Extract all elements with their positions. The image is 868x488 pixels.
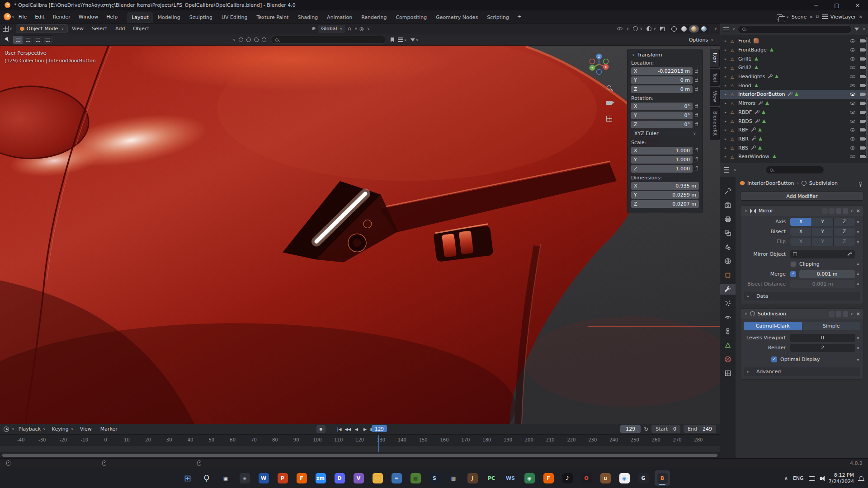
disable-render-icon[interactable] [860, 93, 865, 96]
rotation-mode-dropdown[interactable]: XYZ Euler ∨ [631, 130, 699, 137]
disable-render-icon[interactable] [860, 146, 865, 150]
xray-toggle-icon[interactable] [660, 27, 665, 31]
animate-dot[interactable] [857, 241, 859, 243]
expand-icon[interactable]: ▸ [725, 137, 731, 141]
disable-render-icon[interactable] [860, 39, 865, 42]
tab-object-data[interactable] [720, 340, 736, 351]
animate-dot[interactable] [857, 283, 859, 285]
viewport-menu-item[interactable]: Select [88, 26, 111, 32]
viewport-menu-item[interactable]: Add [111, 26, 129, 32]
pin-icon[interactable] [859, 182, 862, 185]
timeline-editor-icon[interactable] [4, 427, 9, 432]
sidebar-tab[interactable]: Item [710, 49, 720, 68]
scrollbar-thumb[interactable] [2, 454, 717, 457]
toggle-grid-icon[interactable] [606, 116, 612, 122]
filter-funnel-icon[interactable] [854, 28, 859, 31]
auto-keying-button[interactable]: ● [316, 425, 326, 433]
clipping-checkbox[interactable] [790, 261, 796, 267]
flip-toggle[interactable]: Z [834, 238, 855, 246]
outliner-item[interactable]: ▸ △ RBS [720, 143, 868, 152]
hide-eye-icon[interactable] [850, 155, 855, 158]
workspace-tab[interactable]: UV Editing [217, 12, 252, 23]
app-piano[interactable]: ▥ [446, 470, 461, 486]
bisect-toggle[interactable]: Y [812, 228, 833, 236]
viewport-menu-item[interactable]: Object [129, 26, 153, 32]
modifier-name[interactable]: Mirror [759, 208, 773, 214]
play-reverse-button[interactable]: ◀ [353, 426, 360, 432]
hidden-icons-chevron[interactable]: ∧ [784, 475, 788, 481]
zoom-icon[interactable] [607, 85, 611, 90]
lock-icon[interactable] [695, 123, 698, 126]
display-toggle-icon[interactable] [836, 311, 841, 317]
data-subpanel-header[interactable]: ▸ Data [744, 292, 860, 300]
app-minecraft[interactable]: ▦ [408, 470, 423, 486]
play-button[interactable]: ▶ [361, 426, 369, 432]
timeline-menu-item[interactable]: View [77, 426, 97, 432]
select-subtract-button[interactable] [33, 36, 43, 44]
location-field[interactable]: X -0.022013 m [631, 67, 693, 75]
mirror-panel-header[interactable]: ∨ Mirror ∨ × [741, 206, 863, 216]
hide-eye-icon[interactable] [850, 93, 855, 96]
delete-modifier-icon[interactable]: × [856, 208, 860, 214]
display-toggle-icon[interactable] [239, 38, 243, 42]
outliner-search-input[interactable] [738, 25, 852, 33]
outliner-item[interactable]: ▸ △ RBF [720, 126, 868, 135]
breadcrumb-object[interactable]: InteriorDoorButton [747, 180, 794, 186]
display-toggle-icon[interactable] [843, 311, 848, 317]
flip-toggle[interactable]: Y [812, 238, 833, 246]
bisect-distance-field[interactable]: 0.001 m [790, 280, 855, 288]
expand-icon[interactable]: ▸ [725, 101, 731, 105]
select-extend-button[interactable] [23, 36, 33, 44]
snap-magnet-icon[interactable]: ∩ [348, 26, 351, 32]
app-zoom[interactable]: zm [313, 470, 328, 486]
start-frame-field[interactable]: Start0 [651, 425, 680, 433]
collapse-icon[interactable]: ∨ [632, 53, 635, 57]
search-button[interactable]: Ϙ [199, 470, 214, 486]
breadcrumb-modifier[interactable]: Subdivision [809, 180, 838, 186]
workspace-tab[interactable]: Sculpting [185, 12, 217, 23]
outliner-item[interactable]: ▸ △ RBR [720, 135, 868, 144]
lock-icon[interactable] [695, 168, 698, 170]
tab-texture[interactable] [720, 368, 736, 379]
menu-item[interactable]: Edit [31, 14, 48, 20]
hide-eye-icon[interactable] [850, 128, 855, 131]
workspace-tab[interactable]: Modeling [153, 12, 185, 23]
sidebar-tab[interactable]: View [710, 87, 720, 106]
lock-icon[interactable] [695, 105, 698, 108]
disable-render-icon[interactable] [860, 57, 865, 61]
outliner-item[interactable]: ▸ △ FrontBadge [720, 46, 868, 55]
expand-icon[interactable]: ▸ [725, 119, 731, 123]
lock-icon[interactable] [695, 150, 698, 152]
disable-render-icon[interactable] [860, 111, 865, 114]
tab-world[interactable] [720, 256, 736, 267]
axis-toggle[interactable]: Z [834, 218, 855, 226]
tab-modifiers[interactable] [720, 284, 736, 295]
disable-render-icon[interactable] [860, 137, 865, 141]
add-modifier-button[interactable]: Add Modifier [740, 192, 864, 201]
viewlayer-selector[interactable]: ViewLayer [830, 14, 856, 20]
tab-constraints[interactable] [720, 326, 736, 337]
tab-scene[interactable] [720, 242, 736, 253]
list-icon[interactable] [398, 38, 403, 42]
disable-render-icon[interactable] [860, 102, 865, 105]
tab-object[interactable] [720, 270, 736, 281]
blender-menu-icon[interactable] [4, 13, 11, 20]
app-dark-1[interactable]: ◈ [237, 470, 252, 486]
animate-dot[interactable] [857, 359, 859, 361]
bisect-toggle[interactable]: X [790, 228, 811, 236]
speaker-icon[interactable] [820, 477, 822, 480]
expand-icon[interactable]: ▸ [725, 75, 731, 79]
tab-material[interactable] [720, 354, 736, 365]
hide-eye-icon[interactable] [850, 137, 855, 141]
disable-render-icon[interactable] [860, 66, 865, 69]
shading-rendered-button[interactable] [699, 25, 709, 33]
refresh-icon[interactable]: ↻ [644, 426, 648, 432]
shading-solid-button[interactable] [679, 25, 689, 33]
animate-dot[interactable] [857, 347, 859, 349]
app-viber[interactable]: V [351, 470, 366, 486]
collapse-icon[interactable]: ∨ [745, 312, 747, 316]
rotation-field[interactable]: Y 0° [631, 112, 693, 119]
collapse-icon[interactable]: ∨ [745, 209, 747, 213]
notifications-bell-icon[interactable] [859, 476, 863, 480]
optimal-display-checkbox[interactable] [771, 357, 777, 362]
